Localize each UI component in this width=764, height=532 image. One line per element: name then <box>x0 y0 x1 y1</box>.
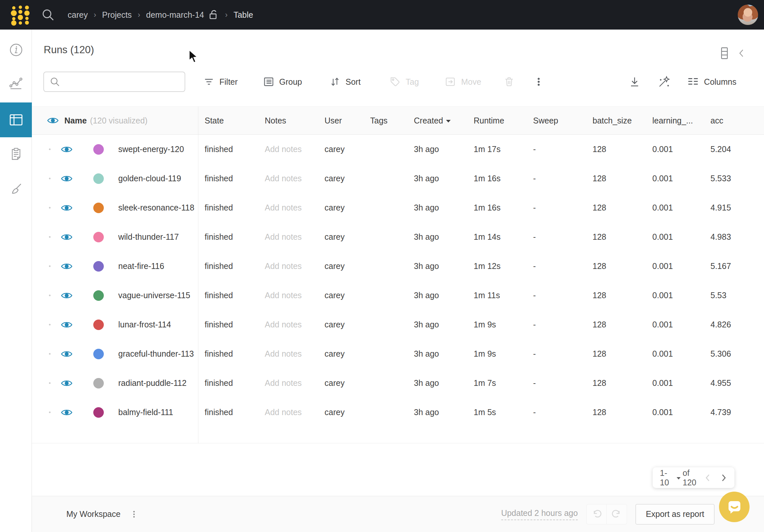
table-row[interactable]: sleek-resonance-118 finished Add notes c… <box>32 193 764 222</box>
workspace-name[interactable]: My Workspace <box>66 509 120 519</box>
breadcrumb-entity[interactable]: carey <box>68 10 88 20</box>
run-name-link[interactable]: vague-universe-115 <box>118 291 190 300</box>
run-name-link[interactable]: golden-cloud-119 <box>118 174 181 183</box>
column-header-name[interactable]: Name (120 visualized) <box>32 116 198 125</box>
notes-cell[interactable]: Add notes <box>258 320 318 329</box>
notes-cell[interactable]: Add notes <box>258 262 318 271</box>
run-name-link[interactable]: neat-fire-116 <box>118 262 164 271</box>
table-row[interactable]: neat-fire-116 finished Add notes carey 3… <box>32 252 764 281</box>
visibility-eye-icon[interactable] <box>61 174 73 183</box>
user-avatar[interactable] <box>738 5 758 25</box>
search-icon[interactable] <box>41 8 55 22</box>
table-row[interactable]: swept-energy-120 finished Add notes care… <box>32 135 764 164</box>
sidebar-item-overview[interactable] <box>0 33 32 67</box>
column-header-runtime[interactable]: Runtime <box>467 116 526 125</box>
notes-cell[interactable]: Add notes <box>258 144 318 154</box>
run-name-link[interactable]: sleek-resonance-118 <box>118 203 194 213</box>
column-header-acc[interactable]: acc <box>704 116 764 125</box>
column-header-batch-size[interactable]: batch_size <box>586 116 646 125</box>
visibility-eye-icon[interactable] <box>61 320 73 329</box>
visibility-eye-icon[interactable] <box>61 203 73 213</box>
run-name-link[interactable]: wild-thunder-117 <box>118 232 179 242</box>
group-button[interactable]: Group <box>263 72 302 92</box>
table-row[interactable]: balmy-field-111 finished Add notes carey… <box>32 398 764 427</box>
drag-handle-dot[interactable] <box>49 266 51 267</box>
run-name-link[interactable]: swept-energy-120 <box>118 144 184 154</box>
breadcrumb-page[interactable]: Table <box>234 10 253 20</box>
run-name-link[interactable]: graceful-thunder-113 <box>118 349 194 359</box>
columns-button[interactable]: Columns <box>687 77 736 87</box>
drag-handle-dot[interactable] <box>49 178 51 179</box>
drag-handle-dot[interactable] <box>49 412 51 413</box>
drag-handle-dot[interactable] <box>49 294 51 296</box>
visibility-eye-icon[interactable] <box>61 145 73 154</box>
move-button[interactable]: Move <box>445 72 481 92</box>
notes-cell[interactable]: Add notes <box>258 291 318 300</box>
visibility-eye-icon[interactable] <box>61 262 73 271</box>
run-name-link[interactable]: balmy-field-111 <box>118 408 173 417</box>
drag-handle-dot[interactable] <box>49 382 51 384</box>
collapse-chevron-icon[interactable] <box>737 48 746 59</box>
table-row[interactable]: golden-cloud-119 finished Add notes care… <box>32 164 764 193</box>
column-header-created[interactable]: Created <box>407 116 467 125</box>
run-name-link[interactable]: radiant-puddle-112 <box>118 378 187 388</box>
redo-button[interactable] <box>607 504 627 524</box>
drag-handle-dot[interactable] <box>49 353 51 355</box>
runs-search-input[interactable] <box>61 72 185 91</box>
drag-handle-dot[interactable] <box>49 324 51 325</box>
filter-button[interactable]: Filter <box>203 72 238 92</box>
table-row[interactable]: vague-universe-115 finished Add notes ca… <box>32 281 764 310</box>
undo-button[interactable] <box>586 504 607 524</box>
visibility-eye-icon[interactable] <box>61 291 73 300</box>
sidebar-item-table[interactable] <box>0 102 32 137</box>
notes-cell[interactable]: Add notes <box>258 349 318 359</box>
table-row[interactable]: wild-thunder-117 finished Add notes care… <box>32 222 764 252</box>
next-page-icon[interactable] <box>720 473 727 482</box>
header-created-label: Created <box>414 116 443 125</box>
visibility-eye-icon[interactable] <box>61 379 73 388</box>
download-icon[interactable] <box>629 76 641 88</box>
drag-handle-dot[interactable] <box>49 236 51 238</box>
column-header-notes[interactable]: Notes <box>258 116 318 125</box>
delete-button[interactable] <box>503 72 515 92</box>
visibility-eye-icon[interactable] <box>61 408 73 417</box>
pagination-range[interactable]: 1-10 <box>660 468 675 487</box>
drag-handle-dot[interactable] <box>49 148 51 150</box>
panel-layout-icon[interactable] <box>719 47 730 60</box>
column-header-user[interactable]: User <box>318 116 364 125</box>
more-actions-button[interactable] <box>534 72 544 92</box>
drag-handle-dot[interactable] <box>49 207 51 209</box>
breadcrumb-projects[interactable]: Projects <box>102 10 132 20</box>
table-row[interactable]: graceful-thunder-113 finished Add notes … <box>32 339 764 368</box>
visibility-eye-icon[interactable] <box>61 349 73 359</box>
column-header-sweep[interactable]: Sweep <box>526 116 586 125</box>
sidebar-item-charts[interactable] <box>0 66 32 100</box>
prev-page-icon[interactable] <box>704 473 711 482</box>
column-header-state[interactable]: State <box>198 116 258 125</box>
acc-cell: 5.204 <box>704 144 764 154</box>
magic-wand-icon[interactable] <box>658 76 670 88</box>
notes-cell[interactable]: Add notes <box>258 378 318 388</box>
export-as-report-button[interactable]: Export as report <box>636 504 714 524</box>
tag-button[interactable]: Tag <box>390 72 419 92</box>
table-row[interactable]: lunar-frost-114 finished Add notes carey… <box>32 310 764 339</box>
notes-cell[interactable]: Add notes <box>258 408 318 417</box>
column-header-tags[interactable]: Tags <box>364 116 407 125</box>
visibility-eye-icon[interactable] <box>47 116 59 125</box>
chat-widget-button[interactable] <box>719 492 750 522</box>
sidebar-item-notes[interactable] <box>0 136 32 171</box>
workspace-menu-icon[interactable] <box>130 509 138 519</box>
breadcrumb-project[interactable]: demo-march-14 <box>146 10 204 20</box>
created-cell: 3h ago <box>407 262 467 271</box>
sort-button[interactable]: Sort <box>329 72 361 92</box>
notes-cell[interactable]: Add notes <box>258 174 318 183</box>
notes-cell[interactable]: Add notes <box>258 203 318 213</box>
updated-timestamp[interactable]: Updated 2 hours ago <box>501 508 578 520</box>
visibility-eye-icon[interactable] <box>61 233 73 242</box>
wandb-logo-icon[interactable] <box>7 3 32 26</box>
notes-cell[interactable]: Add notes <box>258 232 318 242</box>
run-name-link[interactable]: lunar-frost-114 <box>118 320 171 329</box>
column-header-learning-rate[interactable]: learning_... <box>646 116 704 125</box>
sidebar-item-sweeps[interactable] <box>0 172 32 207</box>
table-row[interactable]: radiant-puddle-112 finished Add notes ca… <box>32 368 764 398</box>
